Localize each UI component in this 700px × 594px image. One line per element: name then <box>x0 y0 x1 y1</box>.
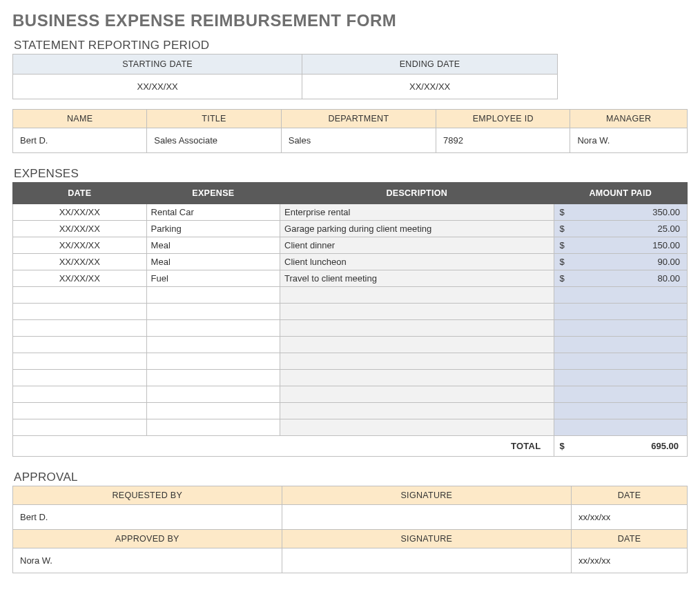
expense-type-cell[interactable]: Meal <box>146 237 280 254</box>
expense-amount-cell[interactable]: $350.00 <box>554 204 687 221</box>
currency-symbol: $ <box>560 240 565 250</box>
expense-date-cell[interactable] <box>13 386 147 403</box>
expense-row <box>13 370 688 386</box>
expense-description-cell[interactable] <box>280 337 554 353</box>
expense-amount-cell[interactable] <box>554 287 687 304</box>
expense-amount-value: 90.00 <box>558 257 683 267</box>
approved-by-signature[interactable] <box>282 548 572 573</box>
total-label: TOTAL <box>13 436 554 457</box>
expense-amount-value: 25.00 <box>558 224 683 234</box>
expense-row: XX/XX/XXRental CarEnterprise rental$350.… <box>13 204 688 221</box>
expense-row <box>13 403 688 419</box>
expenses-section-title: EXPENSES <box>14 167 688 181</box>
expense-amount-cell[interactable]: $150.00 <box>554 237 687 254</box>
expense-type-cell[interactable] <box>146 304 280 320</box>
name-header: NAME <box>13 110 147 128</box>
expense-date-cell[interactable] <box>13 337 147 353</box>
expense-type-cell[interactable] <box>146 287 280 304</box>
starting-date-value[interactable]: XX/XX/XX <box>13 75 302 99</box>
expense-type-cell[interactable]: Parking <box>146 221 280 237</box>
department-value[interactable]: Sales <box>281 128 436 153</box>
expense-amount-cell[interactable] <box>554 370 687 386</box>
expense-row <box>13 304 688 320</box>
expense-date-cell[interactable]: XX/XX/XX <box>13 221 147 237</box>
expense-date-cell[interactable]: XX/XX/XX <box>13 254 147 270</box>
currency-symbol: $ <box>560 441 565 451</box>
expense-date-cell[interactable] <box>13 370 147 386</box>
expense-type-cell[interactable] <box>146 353 280 370</box>
expense-row: XX/XX/XXMealClient luncheon$90.00 <box>13 254 688 270</box>
expense-type-cell[interactable] <box>146 320 280 337</box>
expense-description-cell[interactable] <box>280 403 554 419</box>
expense-type-cell[interactable] <box>146 419 280 436</box>
expense-description-cell[interactable] <box>280 386 554 403</box>
expense-date-cell[interactable] <box>13 320 147 337</box>
expense-date-cell[interactable]: XX/XX/XX <box>13 270 147 287</box>
expense-type-cell[interactable]: Meal <box>146 254 280 270</box>
department-header: DEPARTMENT <box>281 110 436 128</box>
expense-amount-cell[interactable] <box>554 353 687 370</box>
expense-date-cell[interactable]: XX/XX/XX <box>13 237 147 254</box>
expense-row: XX/XX/XXParkingGarage parking during cli… <box>13 221 688 237</box>
approved-by-name[interactable]: Nora W. <box>13 548 282 573</box>
date-header-2: DATE <box>572 530 688 548</box>
employee-id-value[interactable]: 7892 <box>436 128 570 153</box>
expense-amount-cell[interactable] <box>554 320 687 337</box>
approved-by-date[interactable]: xx/xx/xx <box>572 548 688 573</box>
expense-description-cell[interactable] <box>280 320 554 337</box>
requested-by-signature[interactable] <box>282 505 572 530</box>
starting-date-header: STARTING DATE <box>13 55 302 75</box>
expense-date-cell[interactable] <box>13 403 147 419</box>
expense-date-cell[interactable] <box>13 304 147 320</box>
title-value[interactable]: Sales Associate <box>147 128 281 153</box>
expense-row <box>13 287 688 304</box>
expense-description-cell[interactable] <box>280 370 554 386</box>
expense-description-cell[interactable] <box>280 304 554 320</box>
currency-symbol: $ <box>560 273 565 284</box>
expense-type-cell[interactable] <box>146 370 280 386</box>
title-header: TITLE <box>147 110 281 128</box>
expense-date-header: DATE <box>13 183 147 204</box>
ending-date-header: ENDING DATE <box>302 55 558 75</box>
expense-amount-cell[interactable] <box>554 419 687 436</box>
expense-amount-cell[interactable]: $90.00 <box>554 254 687 270</box>
expense-date-cell[interactable] <box>13 353 147 370</box>
name-value[interactable]: Bert D. <box>13 128 147 153</box>
requested-by-name[interactable]: Bert D. <box>13 505 282 530</box>
expense-description-cell[interactable]: Enterprise rental <box>280 204 554 221</box>
expense-type-header: EXPENSE <box>146 183 280 204</box>
expense-description-cell[interactable] <box>280 287 554 304</box>
expense-type-cell[interactable] <box>146 403 280 419</box>
expense-type-cell[interactable]: Fuel <box>146 270 280 287</box>
requested-by-date[interactable]: xx/xx/xx <box>572 505 688 530</box>
approval-table: REQUESTED BY SIGNATURE DATE Bert D. xx/x… <box>12 486 688 573</box>
currency-symbol: $ <box>560 257 565 267</box>
signature-header: SIGNATURE <box>282 486 572 505</box>
expense-amount-cell[interactable] <box>554 304 687 320</box>
expense-description-cell[interactable]: Garage parking during client meeting <box>280 221 554 237</box>
expense-description-cell[interactable] <box>280 353 554 370</box>
expense-amount-cell[interactable] <box>554 403 687 419</box>
expenses-table: DATE EXPENSE DESCRIPTION AMOUNT PAID XX/… <box>12 182 688 457</box>
expense-row <box>13 337 688 353</box>
expense-date-cell[interactable] <box>13 287 147 304</box>
period-section-title: STATEMENT REPORTING PERIOD <box>14 39 688 52</box>
expense-description-cell[interactable]: Travel to client meeting <box>280 270 554 287</box>
expense-type-cell[interactable]: Rental Car <box>146 204 280 221</box>
total-amount: $ 695.00 <box>554 436 687 457</box>
expense-amount-cell[interactable]: $25.00 <box>554 221 687 237</box>
expense-amount-cell[interactable]: $80.00 <box>554 270 687 287</box>
expense-description-cell[interactable] <box>280 419 554 436</box>
expense-description-cell[interactable]: Client luncheon <box>280 254 554 270</box>
expense-date-cell[interactable] <box>13 419 147 436</box>
ending-date-value[interactable]: XX/XX/XX <box>302 75 558 99</box>
expense-description-cell[interactable]: Client dinner <box>280 237 554 254</box>
expense-amount-header: AMOUNT PAID <box>554 183 687 204</box>
expense-row: XX/XX/XXMealClient dinner$150.00 <box>13 237 688 254</box>
manager-value[interactable]: Nora W. <box>570 128 688 153</box>
expense-type-cell[interactable] <box>146 337 280 353</box>
expense-amount-cell[interactable] <box>554 386 687 403</box>
expense-date-cell[interactable]: XX/XX/XX <box>13 204 147 221</box>
expense-amount-cell[interactable] <box>554 337 687 353</box>
expense-type-cell[interactable] <box>146 386 280 403</box>
